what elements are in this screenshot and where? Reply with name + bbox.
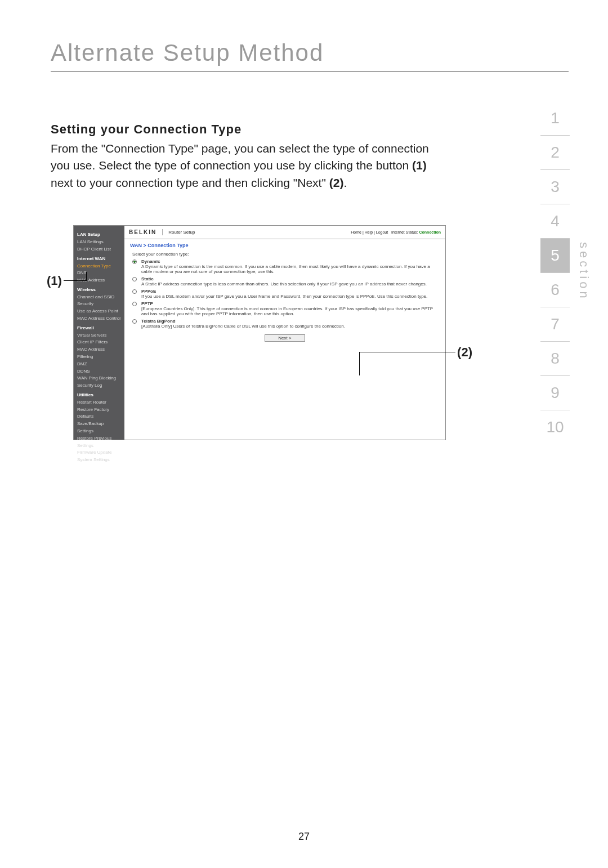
section-heading: Setting your Connection Type [51, 122, 569, 137]
sidebar-item[interactable]: Restore Previous Settings [77, 435, 121, 450]
option-desc: If you use a DSL modem and/or your ISP g… [141, 294, 437, 299]
sidebar-item[interactable]: DDNS [77, 368, 121, 375]
sidebar-item[interactable]: Client IP Filters [77, 339, 121, 346]
sidebar-item[interactable]: DMZ [77, 361, 121, 368]
breadcrumb: WAN > Connection Type [124, 239, 445, 249]
connection-option: PPPoEIf you use a DSL modem and/or your … [132, 289, 437, 299]
page-number: 27 [0, 831, 608, 843]
connection-option: DynamicA Dynamic type of connection is t… [132, 259, 437, 274]
callout-2-leader [360, 352, 455, 352]
section-nav-5[interactable]: 5 [540, 239, 570, 273]
callout-2: (2) [457, 345, 472, 360]
status-value: Connection [419, 230, 441, 234]
sidebar-item[interactable]: System Settings [77, 457, 121, 464]
section-nav-8[interactable]: 8 [540, 342, 570, 376]
callout-1-leader [64, 280, 86, 281]
body-part: . [343, 176, 347, 189]
connection-option: PPTP[European Countries Only]. This type… [132, 301, 437, 316]
connection-option: Telstra BigPond[Australia Only] Users of… [132, 319, 437, 329]
sidebar-group: Internet WAN [77, 256, 121, 263]
callout-1: (1) [47, 274, 62, 288]
title-rule [51, 71, 569, 71]
sidebar-item[interactable]: MAC Address Filtering [77, 346, 121, 361]
link-logout[interactable]: Logout [376, 230, 388, 234]
option-desc: A Static IP address connection type is l… [141, 281, 437, 287]
top-links: Home | Help | Logout Internet Status: Co… [351, 230, 441, 234]
connection-form: Select your connection type: DynamicA Dy… [124, 249, 445, 344]
callout-2-leader [359, 352, 360, 375]
sidebar-item[interactable]: Connection Type [77, 263, 121, 270]
inline-callout-2: (2) [329, 176, 344, 189]
sidebar-item[interactable]: Firmware Update [77, 449, 121, 457]
section-nav-9[interactable]: 9 [540, 376, 570, 410]
brand-logo: BELKIN [129, 229, 163, 235]
option-desc: [Australia Only] Users of Telstra BigPon… [141, 324, 437, 329]
option-name: Dynamic [141, 259, 437, 264]
option-desc: [European Countries Only]. This type of … [141, 306, 437, 316]
section-nav-1[interactable]: 1 [540, 101, 570, 136]
radio-static[interactable] [132, 277, 137, 281]
radio-pppoe[interactable] [132, 289, 137, 294]
radio-pptp[interactable] [132, 302, 137, 306]
sidebar-item[interactable]: Save/Backup Settings [77, 420, 121, 435]
radio-telstra bigpond[interactable] [132, 319, 137, 324]
connection-option: StaticA Static IP address connection typ… [132, 276, 437, 287]
sidebar-item[interactable]: LAN Settings [77, 239, 121, 246]
callout-1-leader [86, 272, 87, 281]
sidebar-group: LAN Setup [77, 231, 121, 239]
sidebar-group: Wireless [77, 287, 121, 294]
sidebar-item[interactable]: Security Log [77, 382, 121, 390]
router-topbar: BELKIN Router Setup Home | Help | Logout… [124, 226, 445, 239]
section-nav-6[interactable]: 6 [540, 273, 570, 307]
section-nav-4[interactable]: 4 [540, 204, 570, 239]
body-part: From the "Connection Type" page, you can… [51, 142, 429, 172]
router-screenshot: (1) (2) LAN SetupLAN SettingsDHCP Client… [73, 225, 446, 440]
sidebar-item[interactable]: Restart Router [77, 399, 121, 406]
body-part: next to your connection type and then cl… [51, 176, 329, 189]
sidebar-item[interactable]: Security [77, 301, 121, 308]
sidebar-item[interactable]: DNS [77, 270, 121, 277]
sidebar-item[interactable]: WAN Ping Blocking [77, 375, 121, 382]
prompt-text: Select your connection type: [132, 252, 437, 257]
sidebar-item[interactable]: Restore Factory Defaults [77, 406, 121, 421]
link-help[interactable]: Help [365, 230, 373, 234]
section-nav-7[interactable]: 7 [540, 307, 570, 342]
section-nav-10[interactable]: 10 [540, 410, 570, 444]
sidebar-item[interactable]: DHCP Client List [77, 246, 121, 253]
option-name: Telstra BigPond [141, 319, 437, 324]
sidebar-group: Utilities [77, 392, 121, 399]
next-button[interactable]: Next > [265, 334, 305, 342]
radio-dynamic[interactable] [132, 259, 137, 264]
sidebar-item[interactable]: Use as Access Point [77, 308, 121, 315]
router-sidebar: LAN SetupLAN SettingsDHCP Client ListInt… [74, 226, 124, 440]
section-nav: 12345678910 [540, 101, 570, 444]
option-name: Static [141, 276, 437, 281]
section-nav-2[interactable]: 2 [540, 136, 570, 170]
body-text: From the "Connection Type" page, you can… [51, 140, 433, 191]
status-label: Internet Status: [391, 230, 418, 234]
link-home[interactable]: Home [351, 230, 361, 234]
option-name: PPPoE [141, 289, 437, 294]
router-setup-label: Router Setup [168, 230, 195, 235]
sidebar-item[interactable]: Virtual Servers [77, 332, 121, 339]
page-title: Alternate Setup Method [51, 39, 569, 66]
sidebar-item[interactable]: MAC Address Control [77, 315, 121, 323]
section-nav-3[interactable]: 3 [540, 170, 570, 204]
option-desc: A Dynamic type of connection is the most… [141, 264, 437, 274]
option-name: PPTP [141, 301, 437, 306]
section-label: section [576, 242, 591, 301]
sidebar-group: Firewall [77, 325, 121, 332]
inline-callout-1: (1) [412, 159, 427, 172]
sidebar-item[interactable]: Channel and SSID [77, 294, 121, 301]
